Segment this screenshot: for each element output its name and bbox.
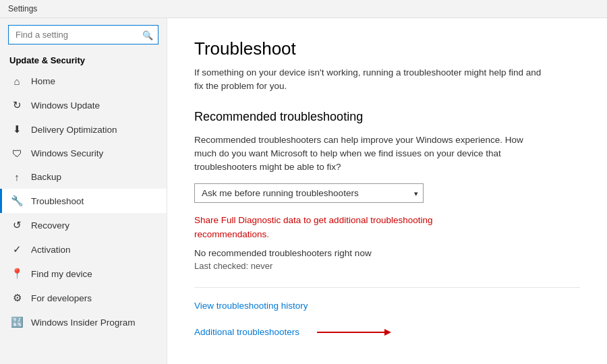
sidebar-item-label-windows-insider: Windows Insider Program	[31, 317, 136, 328]
status-text: No recommended troubleshooters right now	[194, 248, 580, 258]
sidebar-item-find-my-device[interactable]: 📍 Find my device	[0, 262, 167, 286]
sidebar-item-delivery-optimization[interactable]: ⬇ Delivery Optimization	[0, 117, 167, 142]
search-wrapper: 🔍	[8, 25, 158, 44]
troubleshoot-dropdown[interactable]: Ask me before running troubleshootersRun…	[194, 183, 424, 203]
sidebar-item-label-recovery: Recovery	[31, 220, 69, 231]
search-icon: 🔍	[142, 30, 153, 40]
windows-update-icon: ↻	[9, 99, 24, 111]
sidebar-item-label-windows-security: Windows Security	[31, 148, 103, 158]
page-subtitle: If something on your device isn't workin…	[194, 66, 545, 94]
main-content: Troubleshoot If something on your device…	[167, 18, 607, 364]
sidebar-item-label-backup: Backup	[31, 172, 61, 182]
sidebar-item-recovery[interactable]: ↺ Recovery	[0, 213, 167, 237]
sidebar-item-label-home: Home	[31, 76, 55, 86]
title-bar: Settings	[0, 0, 607, 18]
backup-icon: ↑	[9, 171, 24, 183]
sidebar-item-windows-update[interactable]: ↻ Windows Update	[0, 93, 167, 117]
sidebar-section-label: Update & Security	[0, 50, 167, 69]
delivery-optimization-icon: ⬇	[9, 123, 24, 135]
additional-row: Additional troubleshooters	[194, 324, 580, 340]
svg-marker-1	[384, 329, 391, 336]
sidebar-item-for-developers[interactable]: ⚙ For developers	[0, 286, 167, 310]
status-subtext: Last checked: never	[194, 261, 580, 271]
search-input[interactable]	[8, 25, 158, 44]
additional-troubleshooters-link[interactable]: Additional troubleshooters	[194, 327, 299, 337]
diagnostic-link[interactable]: Share Full Diagnostic data to get additi…	[194, 214, 478, 241]
sidebar-item-label-troubleshoot: Troubleshoot	[31, 196, 84, 206]
windows-insider-icon: 🔣	[9, 316, 24, 328]
sidebar-item-label-windows-update: Windows Update	[31, 100, 100, 111]
home-icon: ⌂	[9, 75, 24, 87]
activation-icon: ✓	[9, 243, 24, 255]
dropdown-wrapper: Ask me before running troubleshootersRun…	[194, 183, 424, 203]
divider	[194, 287, 580, 288]
title-bar-label: Settings	[8, 4, 37, 13]
recommended-section-title: Recommended troubleshooting	[194, 110, 580, 124]
sidebar-item-home[interactable]: ⌂ Home	[0, 69, 167, 93]
windows-security-icon: 🛡	[9, 148, 24, 159]
view-history-link[interactable]: View troubleshooting history	[194, 301, 308, 311]
recovery-icon: ↺	[9, 219, 24, 231]
sidebar-item-label-delivery-optimization: Delivery Optimization	[31, 125, 117, 135]
find-my-device-icon: 📍	[9, 268, 24, 280]
sidebar: 🔍 Update & Security ⌂ Home ↻ Windows Upd…	[0, 18, 167, 364]
sidebar-item-troubleshoot[interactable]: 🔧 Troubleshoot	[0, 189, 167, 213]
troubleshoot-icon: 🔧	[9, 195, 24, 207]
arrow-icon	[310, 324, 391, 340]
for-developers-icon: ⚙	[9, 292, 24, 304]
sidebar-item-windows-security[interactable]: 🛡 Windows Security	[0, 142, 167, 165]
sidebar-item-activation[interactable]: ✓ Activation	[0, 237, 167, 262]
page-title: Troubleshoot	[194, 38, 580, 59]
sidebar-items-container: ⌂ Home ↻ Windows Update ⬇ Delivery Optim…	[0, 69, 167, 334]
recommended-section-desc: Recommended troubleshooters can help imp…	[194, 133, 545, 175]
sidebar-item-label-for-developers: For developers	[31, 293, 92, 303]
sidebar-item-label-activation: Activation	[31, 245, 71, 255]
sidebar-item-windows-insider[interactable]: 🔣 Windows Insider Program	[0, 310, 167, 334]
sidebar-item-backup[interactable]: ↑ Backup	[0, 165, 167, 189]
sidebar-item-label-find-my-device: Find my device	[31, 269, 92, 279]
